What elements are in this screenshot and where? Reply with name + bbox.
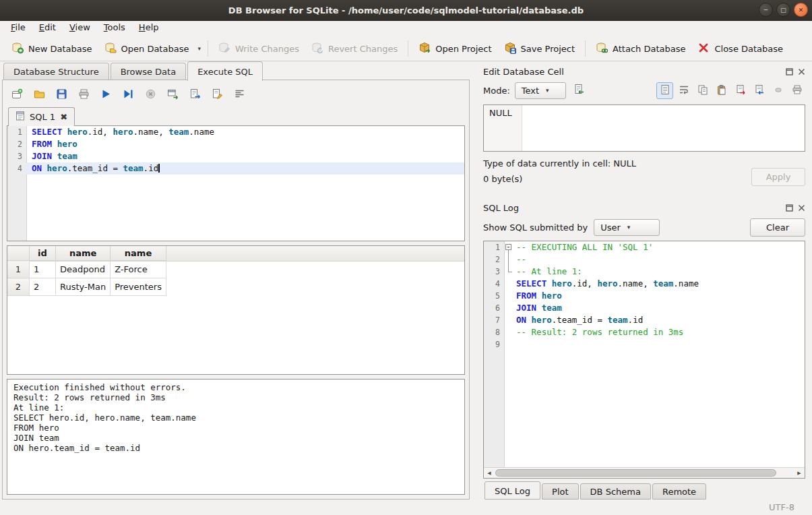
execute-all-button[interactable] <box>98 88 113 102</box>
scrollbar-thumb[interactable] <box>495 469 776 477</box>
import-text-button[interactable] <box>571 82 588 99</box>
print-cell-button[interactable] <box>788 82 805 99</box>
attach-database-button[interactable]: Attach Database <box>590 38 691 59</box>
close-button[interactable]: ✕ <box>794 3 808 17</box>
close-dock-icon[interactable] <box>798 204 805 212</box>
fold-marker[interactable]: - <box>504 241 513 253</box>
open-project-button[interactable]: Open Project <box>412 38 497 59</box>
scroll-right-icon[interactable]: ▶ <box>794 468 805 478</box>
open-database-dropdown[interactable]: ▾ <box>195 42 204 55</box>
tab-plot[interactable]: Plot <box>542 483 579 499</box>
fold-gutter <box>504 314 513 326</box>
sql-editor[interactable]: 1SELECT hero.id, hero.name, team.name2FR… <box>7 125 465 241</box>
cell-type-info: Type of data currently in cell: NULL <box>483 158 751 169</box>
log-filter-label: Show SQL submitted by <box>483 222 588 233</box>
log-horizontal-scrollbar[interactable]: ◀ ▶ <box>484 467 805 478</box>
minimize-button[interactable]: ─ <box>759 3 773 17</box>
editor-line[interactable]: 3JOIN team <box>7 150 464 162</box>
new-database-button[interactable]: New Database <box>5 38 98 59</box>
tab-remote[interactable]: Remote <box>652 483 706 499</box>
set-null-icon <box>773 84 784 97</box>
new-tab-button[interactable] <box>9 88 24 102</box>
float-dock-icon[interactable] <box>786 68 793 75</box>
column-header[interactable]: id <box>30 246 56 261</box>
text-document-icon <box>660 84 670 97</box>
tab-db-schema[interactable]: DB Schema <box>580 483 651 499</box>
close-tab-icon[interactable]: ✖ <box>60 113 67 121</box>
table-cell[interactable]: Rusty-Man <box>56 278 111 296</box>
format-lines-icon <box>234 88 245 102</box>
menu-file[interactable]: File <box>4 20 32 36</box>
save-sql-file-button[interactable] <box>54 88 69 102</box>
text-view-button[interactable] <box>656 82 673 99</box>
table-cell[interactable]: Deadpond <box>56 261 111 278</box>
table-cell[interactable]: Preventers <box>111 278 166 296</box>
word-wrap-button[interactable] <box>675 82 692 99</box>
save-project-button[interactable]: Save Project <box>498 38 582 59</box>
cell-mode-row: Mode: Text ▾ <box>483 79 805 102</box>
sql-1-tab[interactable]: SQL 1 ✖ <box>8 107 75 126</box>
close-database-button[interactable]: Close Database <box>691 38 789 59</box>
database-new-icon <box>11 42 24 56</box>
open-project-label: Open Project <box>435 44 491 54</box>
log-line: 1--- EXECUTING ALL IN 'SQL 1' <box>484 241 805 253</box>
fold-gutter <box>504 290 513 302</box>
menu-edit[interactable]: Edit <box>32 20 63 36</box>
menu-tools[interactable]: Tools <box>97 20 132 36</box>
paste-button[interactable] <box>713 82 730 99</box>
column-header[interactable]: name <box>56 246 111 261</box>
detach-tab-button[interactable] <box>165 88 180 102</box>
menu-help[interactable]: Help <box>132 20 166 36</box>
log-filter-value: User <box>600 222 621 233</box>
save-as-view-button[interactable] <box>210 88 224 102</box>
export-results-button[interactable] <box>187 88 202 102</box>
open-database-button[interactable]: Open Database <box>98 38 195 59</box>
copy-icon <box>697 84 708 97</box>
chevron-down-icon: ▾ <box>546 87 549 94</box>
fold-gutter <box>504 338 513 351</box>
file-edit-icon <box>212 88 223 102</box>
editor-line[interactable]: 4ON hero.team_id = team.id <box>7 162 464 175</box>
table-cell[interactable]: 2 <box>30 278 56 296</box>
fold-marker <box>504 253 513 266</box>
table-cell[interactable]: Z-Force <box>111 261 166 278</box>
menu-view[interactable]: View <box>63 20 97 36</box>
mode-select[interactable]: Text ▾ <box>515 82 566 99</box>
row-header[interactable]: 2 <box>7 278 30 296</box>
editor-line[interactable]: 1SELECT hero.id, hero.name, team.name <box>7 126 464 138</box>
clear-log-button[interactable]: Clear <box>750 218 805 237</box>
format-sql-button[interactable] <box>232 88 247 102</box>
close-dock-icon[interactable] <box>798 68 805 75</box>
table-cell[interactable]: 1 <box>30 261 56 278</box>
export-cell-button[interactable] <box>732 82 749 99</box>
import-text-icon <box>573 84 585 97</box>
sql-tab-label: SQL 1 <box>30 112 55 122</box>
tab-execute-sql[interactable]: Execute SQL <box>187 61 263 81</box>
set-null-button[interactable] <box>770 82 786 99</box>
column-header[interactable]: name <box>111 246 166 261</box>
tab-database-structure[interactable]: Database Structure <box>3 63 109 80</box>
log-filter-select[interactable]: User ▾ <box>594 219 660 236</box>
toolbar-separator <box>408 40 408 57</box>
tab-browse-data[interactable]: Browse Data <box>111 63 187 80</box>
editor-line[interactable]: 2FROM hero <box>7 138 464 150</box>
print-sql-button[interactable] <box>76 88 91 102</box>
cell-size-info: 0 byte(s) <box>483 174 751 184</box>
tab-sql-log[interactable]: SQL Log <box>485 481 540 499</box>
copy-button[interactable] <box>694 82 711 99</box>
fold-gutter <box>504 278 513 290</box>
row-header[interactable]: 1 <box>7 261 30 278</box>
execute-line-button[interactable] <box>121 88 135 102</box>
table-row: 22Rusty-ManPreventers <box>7 278 166 296</box>
scroll-left-icon[interactable]: ◀ <box>484 468 495 478</box>
open-sql-file-button[interactable] <box>32 88 46 102</box>
import-cell-button[interactable] <box>751 82 768 99</box>
attach-database-label: Attach Database <box>613 44 685 54</box>
float-dock-icon[interactable] <box>786 204 793 212</box>
scrollbar-track[interactable] <box>495 468 794 478</box>
title-bar: DB Browser for SQLite - /home/user/code/… <box>0 0 812 21</box>
results-grid: idnamename11DeadpondZ-Force22Rusty-ManPr… <box>7 245 465 375</box>
maximize-button[interactable]: □ <box>776 3 790 17</box>
cell-value-editor[interactable]: NULL <box>483 104 805 152</box>
log-line: 7ON hero.team_id = team.id <box>484 314 805 326</box>
